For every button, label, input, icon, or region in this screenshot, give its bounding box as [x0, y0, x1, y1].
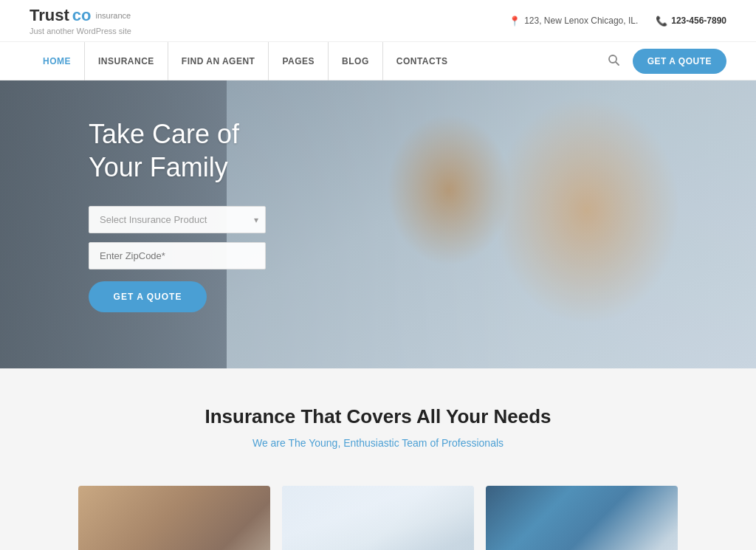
nav-find-agent[interactable]: FIND AN AGENT [168, 42, 269, 80]
logo-brand: Trustco insurance [30, 6, 131, 25]
intro-subheading: We are The Young, Enthusiastic Team of P… [30, 437, 726, 449]
logo-trust: Trust [30, 6, 69, 25]
top-bar: Trustco insurance Just another WordPress… [0, 0, 756, 42]
nav-right: GET A QOUTE [605, 49, 726, 74]
logo-area: Trustco insurance Just another WordPress… [30, 6, 131, 35]
phone-icon: 📞 [656, 16, 667, 27]
location-icon: 📍 [509, 16, 520, 27]
hero-form: Select Insurance Product Life Insurance … [89, 206, 325, 312]
nav-contacts[interactable]: CONTACTS [383, 42, 461, 80]
svg-line-1 [616, 62, 619, 65]
nav-pages[interactable]: PAGES [269, 42, 329, 80]
address: 📍 123, New Lenox Chicago, IL. [509, 16, 638, 27]
card-house[interactable] [282, 486, 474, 550]
hero-title: Take Care of Your Family [89, 117, 325, 184]
hero-section: Take Care of Your Family Select Insuranc… [0, 80, 756, 368]
zipcode-input[interactable] [89, 242, 266, 269]
hero-content: Take Care of Your Family Select Insuranc… [89, 117, 325, 312]
card-car[interactable] [486, 486, 678, 550]
search-icon [608, 54, 619, 66]
nav-blog[interactable]: BLOG [329, 42, 383, 80]
cards-row [0, 471, 756, 550]
search-button[interactable] [605, 51, 622, 72]
intro-heading: Insurance That Covers All Your Needs [30, 405, 726, 428]
logo-tagline: Just another WordPress site [30, 27, 131, 35]
phone-number: 123-456-7890 [671, 16, 726, 26]
nav-insurance[interactable]: INSURANCE [85, 42, 168, 80]
hero-get-quote-button[interactable]: GET A QUOTE [89, 281, 207, 312]
insurance-product-select[interactable]: Select Insurance Product Life Insurance … [89, 206, 266, 233]
logo-insurance: insurance [95, 11, 131, 20]
get-quote-nav-button[interactable]: GET A QOUTE [633, 49, 726, 74]
address-text: 123, New Lenox Chicago, IL. [524, 16, 638, 26]
card-family[interactable] [78, 486, 270, 550]
nav-links: HOME INSURANCE FIND AN AGENT PAGES BLOG … [30, 42, 461, 80]
insurance-select-wrap: Select Insurance Product Life Insurance … [89, 206, 266, 233]
top-contact: 📍 123, New Lenox Chicago, IL. 📞 123-456-… [509, 16, 726, 27]
logo-co: co [72, 6, 92, 25]
nav-home[interactable]: HOME [30, 42, 85, 80]
phone[interactable]: 📞 123-456-7890 [656, 16, 726, 27]
intro-section: Insurance That Covers All Your Needs We … [0, 368, 756, 471]
navbar: HOME INSURANCE FIND AN AGENT PAGES BLOG … [0, 42, 756, 80]
